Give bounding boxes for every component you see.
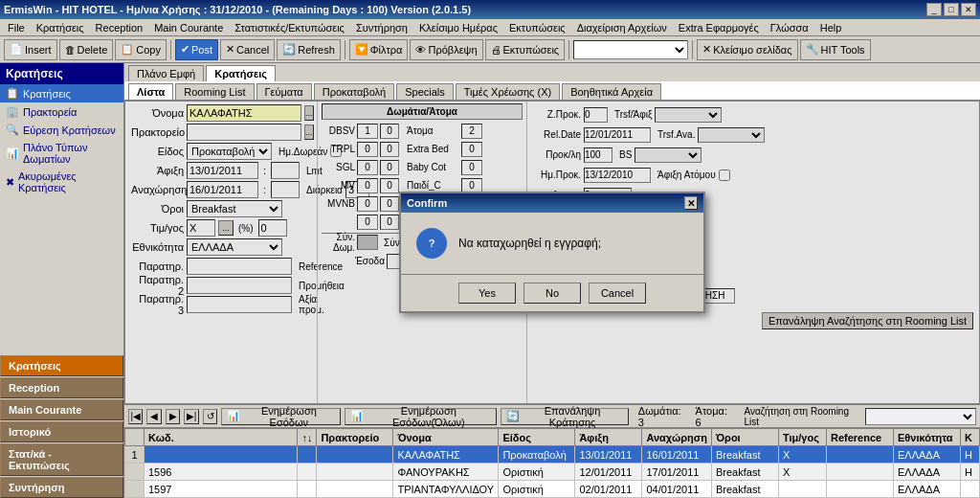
cell-nat-1: ΕΛΛΑΔΑ xyxy=(894,446,961,464)
cell-name-2: ΦΑΝΟΥΡΑΚΗΣ xyxy=(393,464,499,481)
nav-btn-maincourante[interactable]: Main Courante xyxy=(0,399,123,420)
copy-button[interactable]: 📋 Copy xyxy=(115,39,167,60)
tab-auxiliary[interactable]: Βοηθητικά Αρχεία xyxy=(562,83,661,100)
cell-arrival-1: 13/01/2011 xyxy=(575,446,642,464)
col-terms[interactable]: Όροι xyxy=(712,429,779,446)
main-combo[interactable] xyxy=(573,40,688,59)
menu-file[interactable]: File xyxy=(2,21,31,34)
preview-button[interactable]: 👁 Πρόβλεψη xyxy=(410,39,482,60)
nav-reload[interactable]: ↺ xyxy=(203,409,217,424)
cell-type-3: Οριστική xyxy=(499,481,575,498)
dialog-close-button[interactable]: ✕ xyxy=(684,196,698,210)
menu-reception[interactable]: Reception xyxy=(90,21,149,34)
nav-next[interactable]: ▶ xyxy=(166,409,180,424)
col-nationality[interactable]: Εθνικότητα xyxy=(894,429,961,446)
tab-rooming[interactable]: Rooming List xyxy=(175,83,254,100)
cell-name-3: ΤΡΙΑΝΤΑΦΥΛΛΙΔΟΥ xyxy=(393,481,499,498)
dialog-message: Να καταχωρηθεί η εγγραφή; xyxy=(458,237,601,250)
minimize-button[interactable]: _ xyxy=(926,3,942,16)
refresh-button[interactable]: 🔄 Refresh xyxy=(277,39,341,60)
hit-tools-button[interactable]: 🔧 HIT Tools xyxy=(800,39,871,60)
menu-kratiseis[interactable]: Κρατήσεις xyxy=(31,21,90,34)
col-sort[interactable]: ↑↓ xyxy=(298,429,317,446)
update-income-btn[interactable]: 📊 Ενημέρωση Εσόδων xyxy=(221,408,341,425)
col-departure[interactable]: Αναχώρηση xyxy=(642,429,712,446)
menu-help[interactable]: Help xyxy=(814,21,848,34)
dialog-overlay: Confirm ✕ ? Να καταχωρηθεί η εγγραφή; Ye… xyxy=(125,102,979,403)
nav-btn-kratiseis[interactable]: Κρατήσεις xyxy=(0,355,123,376)
close-page-button[interactable]: ✕ Κλείσιμο σελίδας xyxy=(697,39,797,60)
cell-ref-1 xyxy=(827,446,894,464)
plan-icon: 📊 xyxy=(6,147,19,160)
closepage-icon: ✕ xyxy=(702,43,711,56)
col-type[interactable]: Είδος xyxy=(499,429,575,446)
cell-departure-3: 04/01/2011 xyxy=(642,481,712,498)
col-reference[interactable]: Reference xyxy=(827,429,894,446)
sidebar-item-praktoria[interactable]: 🏢 Πρακτορεία xyxy=(0,102,123,121)
cancel-button[interactable]: ✕ Cancel xyxy=(220,39,275,60)
col-num xyxy=(125,429,145,446)
col-code[interactable]: Κωδ. xyxy=(145,429,298,446)
nav-btn-maintenance[interactable]: Συντήρηση xyxy=(0,477,123,498)
sidebar-item-search[interactable]: 🔍 Εύρεση Κρατήσεων xyxy=(0,121,123,139)
nav-btn-reception[interactable]: Reception xyxy=(0,377,123,398)
col-name[interactable]: Όνομα xyxy=(393,429,499,446)
print-button[interactable]: 🖨 Εκτυπώσεις xyxy=(485,39,566,60)
insert-button[interactable]: 📄 Insert xyxy=(4,39,57,60)
sidebar-item-plan[interactable]: 📊 Πλάνο Τύπων Δωματίων xyxy=(0,139,123,168)
inner-tab-bar: Λίστα Rooming List Γεύματα Προκαταβολή S… xyxy=(124,81,980,101)
dialog-cancel-button[interactable]: Cancel xyxy=(589,283,646,304)
cell-sort-2 xyxy=(298,464,317,481)
tab-kratiseis-top[interactable]: Κρατήσεις xyxy=(206,65,276,81)
rooming-search-select[interactable] xyxy=(865,408,976,425)
sidebar-item-cancelled[interactable]: ✖ Ακυρωμένες Κρατήσεις xyxy=(0,168,123,196)
app-title: ErmisWin - HIT HOTEL - Ημ/νια Χρήσης : 3… xyxy=(4,4,471,15)
menu-print[interactable]: Εκτυπώσεις xyxy=(503,21,571,34)
window-controls: _ □ ✕ xyxy=(926,3,976,16)
cell-name-1: ΚΑΛΑΦΑΤΗΣ xyxy=(393,446,499,464)
nav-last[interactable]: ▶| xyxy=(184,409,198,424)
menu-archive[interactable]: Διαχείριση Αρχείων xyxy=(571,21,673,34)
tab-prices[interactable]: Τιμές Χρέωσης (Χ) xyxy=(456,83,560,100)
dialog-yes-button[interactable]: Yes xyxy=(458,283,516,304)
tab-lista[interactable]: Λίστα xyxy=(128,83,173,100)
tab-specials[interactable]: Specials xyxy=(396,83,454,100)
filter-icon: 🔽 xyxy=(355,43,368,56)
cell-type-1: Προκαταβολή xyxy=(499,446,575,464)
cancel-booking-btn[interactable]: 🔄 Επανάληψη Κράτησης xyxy=(501,408,628,425)
menu-extra[interactable]: Extra Εφαρμογές xyxy=(673,21,765,34)
update-income-all-btn[interactable]: 📊 Ενημέρωση Εσόδων(Όλων) xyxy=(345,408,497,425)
menu-main-courante[interactable]: Main Courante xyxy=(148,21,229,34)
nav-btn-history[interactable]: Ιστορικό xyxy=(0,421,123,442)
close-button[interactable]: ✕ xyxy=(961,3,976,16)
cell-k-2: Η xyxy=(961,464,980,481)
row-num-3 xyxy=(125,481,145,498)
maximize-button[interactable]: □ xyxy=(944,3,959,16)
menu-maintenance[interactable]: Συντήρηση xyxy=(350,21,413,34)
table-header-row: Κωδ. ↑↓ Πρακτορείο Όνομα Είδος Άφιξη Ανα… xyxy=(125,429,980,446)
tab-prokatavoH[interactable]: Προκαταβολή xyxy=(314,83,394,100)
table-row[interactable]: 1596 ΦΑΝΟΥΡΑΚΗΣ Οριστική 12/01/2011 17/0… xyxy=(125,464,980,481)
tab-plano[interactable]: Πλάνο Εμφή xyxy=(128,65,204,81)
menu-language[interactable]: Γλώσσα xyxy=(765,21,814,34)
tab-gevmata[interactable]: Γεύματα xyxy=(256,83,312,100)
delete-button[interactable]: 🗑 Delete xyxy=(59,39,114,60)
dialog-no-button[interactable]: No xyxy=(523,283,581,304)
table-row[interactable]: 1597 ΤΡΙΑΝΤΑΦΥΛΛΙΔΟΥ Οριστική 02/01/2011… xyxy=(125,481,980,498)
col-agent[interactable]: Πρακτορείο xyxy=(317,429,393,446)
cell-ref-2 xyxy=(827,464,894,481)
post-button[interactable]: ✔ Post xyxy=(175,39,218,60)
filter-button[interactable]: 🔽 Φίλτρα xyxy=(349,39,409,60)
nav-first[interactable]: |◀ xyxy=(128,409,143,424)
nav-prev[interactable]: ◀ xyxy=(146,409,161,424)
praktoria-icon: 🏢 xyxy=(6,105,19,118)
col-arrival[interactable]: Άφιξη xyxy=(575,429,642,446)
cell-terms-1: Breakfast xyxy=(712,446,779,464)
col-k[interactable]: Κ xyxy=(961,429,980,446)
nav-btn-stats[interactable]: Στατ/κά - Εκτυπώσεις xyxy=(0,443,123,476)
sidebar-item-kratiseis[interactable]: 📋 Κρατήσεις xyxy=(0,84,123,102)
col-price[interactable]: Τιμ/γος xyxy=(779,429,827,446)
menu-statistics[interactable]: Στατιστικές/Εκτυπώσεις xyxy=(229,21,350,34)
table-row[interactable]: 1 ΚΑΛΑΦΑΤΗΣ Προκαταβολή 13/01/2011 16/01… xyxy=(125,446,980,464)
menu-close-day[interactable]: Κλείσιμο Ημέρας xyxy=(413,21,503,34)
